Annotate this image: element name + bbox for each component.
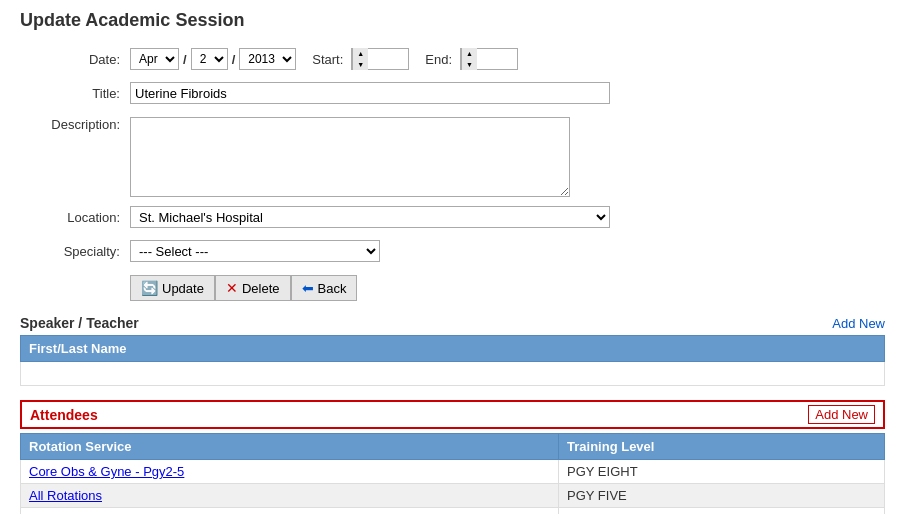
date-sep-1: / [183, 52, 187, 67]
speaker-empty-row [21, 362, 885, 386]
attendee-training-cell: PGY FOUR [559, 508, 885, 515]
date-label: Date: [20, 52, 130, 67]
end-time-down-btn[interactable]: ▼ [462, 59, 477, 70]
attendees-table: Rotation Service Training Level Core Obs… [20, 433, 885, 514]
date-controls: Apr / 2 / 2013 Start: ▲ [130, 48, 885, 70]
start-time-wrap: ▲ ▼ 09:00 [351, 48, 409, 70]
attendee-training-cell: PGY FIVE [559, 484, 885, 508]
year-select[interactable]: 2013 [239, 48, 296, 70]
back-icon: ⬅ [302, 280, 314, 296]
end-time-up-btn[interactable]: ▲ [462, 48, 477, 59]
attendees-header: Attendees Add New [20, 400, 885, 429]
start-spinner-up-btn[interactable]: ▲ ▼ [352, 48, 368, 70]
date-row: Date: Apr / 2 / 2013 Start: [20, 45, 885, 73]
title-control [130, 82, 885, 104]
page-title: Update Academic Session [20, 10, 885, 31]
attendee-rotation-cell: All Rotations [21, 484, 559, 508]
month-select[interactable]: Apr [130, 48, 179, 70]
speaker-col-name: First/Last Name [21, 336, 885, 362]
attendee-rotation-link[interactable]: All Rotations [29, 488, 102, 503]
attendee-rotation-cell [21, 508, 559, 515]
speaker-add-new-link[interactable]: Add New [832, 316, 885, 331]
attendee-rotation-link[interactable]: Core Obs & Gyne - Pgy2-5 [29, 464, 184, 479]
end-time-wrap: ▲ ▼ 17:00 [460, 48, 518, 70]
attendee-row: All RotationsPGY FIVE [21, 484, 885, 508]
end-time-input[interactable]: 17:00 [477, 49, 517, 69]
speaker-title: Speaker / Teacher [20, 315, 139, 331]
start-time-up-btn[interactable]: ▲ [353, 48, 368, 59]
title-label: Title: [20, 86, 130, 101]
location-label: Location: [20, 210, 130, 225]
end-label: End: [425, 52, 452, 67]
start-time-input[interactable]: 09:00 [368, 49, 408, 69]
start-label: Start: [312, 52, 343, 67]
description-row: Description: [20, 113, 885, 197]
location-row: Location: St. Michael's Hospital [20, 203, 885, 231]
attendees-col-rotation: Rotation Service [21, 434, 559, 460]
specialty-label: Specialty: [20, 244, 130, 259]
back-button[interactable]: ⬅ Back [291, 275, 358, 301]
speaker-section-header: Speaker / Teacher Add New [20, 315, 885, 331]
speaker-empty-cell [21, 362, 885, 386]
end-spinner-btns: ▲ ▼ [461, 48, 477, 70]
delete-button[interactable]: ✕ Delete [215, 275, 291, 301]
update-icon: 🔄 [141, 280, 158, 296]
attendee-row: Core Obs & Gyne - Pgy2-5PGY EIGHT [21, 460, 885, 484]
speaker-table: First/Last Name [20, 335, 885, 386]
end-time-group: End: ▲ ▼ 17:00 [425, 48, 518, 70]
update-form: Date: Apr / 2 / 2013 Start: [20, 45, 885, 265]
location-select[interactable]: St. Michael's Hospital [130, 206, 610, 228]
update-button[interactable]: 🔄 Update [130, 275, 215, 301]
description-textarea[interactable] [130, 117, 570, 197]
back-label: Back [318, 281, 347, 296]
action-buttons: 🔄 Update ✕ Delete ⬅ Back [130, 275, 885, 301]
start-time-group: Start: ▲ ▼ 09:00 [312, 48, 409, 70]
update-label: Update [162, 281, 204, 296]
date-sep-2: / [232, 52, 236, 67]
attendee-row: PGY FOUR [21, 508, 885, 515]
specialty-control: --- Select --- [130, 240, 885, 262]
description-control [130, 117, 885, 197]
attendees-col-training: Training Level [559, 434, 885, 460]
specialty-select[interactable]: --- Select --- [130, 240, 380, 262]
delete-label: Delete [242, 281, 280, 296]
attendee-training-cell: PGY EIGHT [559, 460, 885, 484]
delete-icon: ✕ [226, 280, 238, 296]
location-control: St. Michael's Hospital [130, 206, 885, 228]
attendees-title: Attendees [30, 407, 98, 423]
day-select[interactable]: 2 [191, 48, 228, 70]
start-time-down-btn[interactable]: ▼ [353, 59, 368, 70]
date-group: Apr / 2 / 2013 [130, 48, 296, 70]
attendees-add-new-link[interactable]: Add New [808, 405, 875, 424]
title-input[interactable] [130, 82, 610, 104]
title-row: Title: [20, 79, 885, 107]
attendee-rotation-cell: Core Obs & Gyne - Pgy2-5 [21, 460, 559, 484]
specialty-row: Specialty: --- Select --- [20, 237, 885, 265]
description-label: Description: [20, 117, 130, 132]
